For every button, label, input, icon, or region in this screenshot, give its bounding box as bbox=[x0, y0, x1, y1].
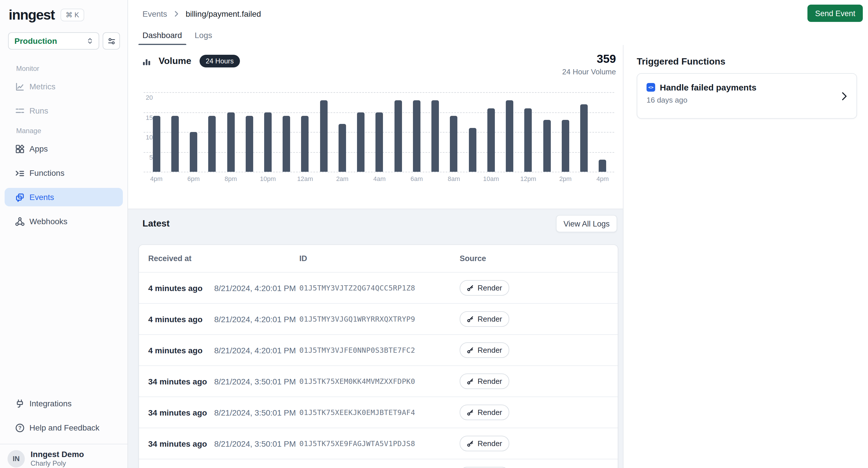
key-icon bbox=[467, 315, 474, 323]
webhooks-nodes-icon bbox=[15, 216, 25, 226]
breadcrumb: Events billing/payment.failed bbox=[128, 0, 868, 28]
sidebar-item-runs[interactable]: Runs bbox=[5, 101, 123, 120]
event-timestamp: 8/21/2024, 3:50:01 PM bbox=[208, 408, 296, 417]
sidebar-item-events[interactable]: Events bbox=[5, 188, 123, 206]
sidebar-item-label: Integrations bbox=[29, 399, 71, 408]
function-last-run: 16 days ago bbox=[637, 92, 857, 104]
environment-filter-button[interactable] bbox=[103, 32, 120, 49]
chart-bar-4am bbox=[376, 112, 383, 172]
sidebar-item-integrations[interactable]: Integrations bbox=[5, 394, 123, 413]
user-name: Charly Poly bbox=[31, 459, 84, 468]
event-timestamp: 8/21/2024, 3:50:01 PM bbox=[208, 377, 296, 386]
sidebar-item-metrics[interactable]: Metrics bbox=[5, 77, 123, 96]
event-row[interactable]: 4 minutes ago 8/21/2024, 4:20:01 PM 01J5… bbox=[139, 304, 618, 335]
function-card[interactable]: <> Handle failed payments 16 days ago bbox=[637, 73, 857, 119]
chart-bar-6pm bbox=[190, 132, 197, 172]
avatar: IN bbox=[7, 450, 25, 467]
command-k-shortcut[interactable]: ⌘ K bbox=[61, 9, 85, 21]
event-id: 01J5TK75XEM0KK4MVMZXXFDPK0 bbox=[296, 377, 460, 386]
sliders-icon bbox=[107, 37, 116, 45]
chevron-right-icon bbox=[173, 10, 180, 17]
volume-chart: 51015204pm6pm8pm10pm12am2am4am6am8am10am… bbox=[128, 45, 623, 209]
question-circle-icon: ? bbox=[15, 423, 25, 433]
chart-bar-1pm bbox=[543, 120, 551, 172]
view-all-logs-button[interactable]: View All Logs bbox=[556, 215, 617, 232]
chart-bar-5pm bbox=[171, 116, 179, 172]
volume-section: Volume 24 Hours 359 24 Hour Volume 51015… bbox=[128, 45, 623, 209]
breadcrumb-events-link[interactable]: Events bbox=[143, 9, 167, 19]
event-received: 4 minutes ago bbox=[148, 283, 208, 293]
event-timestamp: 8/21/2024, 4:20:01 PM bbox=[208, 345, 296, 355]
source-name: Render bbox=[477, 439, 502, 448]
event-row[interactable]: 4 minutes ago 8/21/2024, 4:20:01 PM 01J5… bbox=[139, 335, 618, 366]
sidebar-item-apps[interactable]: Apps bbox=[5, 139, 123, 158]
key-icon bbox=[467, 440, 474, 447]
x-axis-label: 6am bbox=[411, 175, 423, 182]
source-badge: Render bbox=[460, 280, 509, 296]
function-icon: <> bbox=[647, 83, 655, 92]
events-windows-icon bbox=[15, 192, 25, 202]
page-header: Events billing/payment.failed Dashboard … bbox=[128, 0, 868, 45]
event-row[interactable]: 34 minutes ago 8/21/2024, 3:50:01 PM 01J… bbox=[139, 397, 618, 428]
chart-bar-10am bbox=[487, 108, 495, 172]
triggered-functions-panel: Triggered Functions <> Handle failed pay… bbox=[623, 45, 868, 468]
plug-icon bbox=[15, 399, 25, 408]
table-header: Received at ID Source bbox=[139, 245, 618, 273]
tab-dashboard[interactable]: Dashboard bbox=[138, 31, 186, 45]
function-name: Handle failed payments bbox=[660, 82, 756, 92]
tab-bar: Dashboard Logs bbox=[128, 28, 868, 45]
event-id: 01J5TK75XEEKJK0EMJBTET9AF4 bbox=[296, 408, 460, 417]
event-row[interactable]: 34 minutes ago 8/21/2024, 3:50:01 PM 01J… bbox=[139, 366, 618, 397]
sidebar-item-label: Events bbox=[29, 193, 54, 202]
column-received-at: Received at bbox=[148, 254, 208, 263]
chevron-right-icon bbox=[842, 92, 847, 100]
event-row[interactable]: 44 minutes ago 8/21/2024, 3:40:01 PM 01J… bbox=[139, 459, 618, 468]
apps-grid-icon bbox=[15, 144, 25, 154]
account-menu[interactable]: IN Inngest Demo Charly Poly bbox=[0, 444, 127, 468]
source-name: Render bbox=[477, 283, 502, 292]
chart-bar-7am bbox=[431, 100, 439, 172]
environment-selector[interactable]: Production bbox=[8, 32, 99, 49]
source-badge: Render bbox=[460, 342, 509, 358]
event-row[interactable]: 4 minutes ago 8/21/2024, 4:20:01 PM 01J5… bbox=[139, 273, 618, 304]
sidebar-item-functions[interactable]: Functions bbox=[5, 164, 123, 182]
source-badge: Render bbox=[460, 467, 509, 468]
tab-logs[interactable]: Logs bbox=[191, 31, 216, 45]
chart-bar-8am bbox=[450, 116, 458, 172]
chevron-up-down-icon bbox=[86, 37, 94, 45]
source-badge: Render bbox=[460, 436, 509, 451]
sidebar-item-label: Runs bbox=[29, 106, 48, 115]
chart-bar-4pm bbox=[153, 116, 160, 172]
chart-bar-11am bbox=[506, 100, 513, 172]
chart-bar-4pm bbox=[599, 160, 606, 172]
source-name: Render bbox=[477, 408, 502, 417]
event-received: 34 minutes ago bbox=[148, 408, 208, 417]
column-id: ID bbox=[296, 254, 460, 263]
functions-icon bbox=[15, 168, 25, 178]
sidebar-item-label: Apps bbox=[29, 144, 48, 153]
x-axis-label: 4pm bbox=[596, 175, 609, 182]
source-name: Render bbox=[477, 377, 502, 386]
send-event-button[interactable]: Send Event bbox=[807, 5, 863, 22]
sidebar-item-label: Metrics bbox=[29, 82, 55, 91]
event-timestamp: 8/21/2024, 3:50:01 PM bbox=[208, 439, 296, 448]
nav-section-manage: Manage bbox=[0, 127, 127, 139]
event-row[interactable]: 34 minutes ago 8/21/2024, 3:50:01 PM 01J… bbox=[139, 428, 618, 459]
chart-bar-12am bbox=[301, 116, 309, 172]
event-received: 4 minutes ago bbox=[148, 345, 208, 355]
table-body: 4 minutes ago 8/21/2024, 4:20:01 PM 01J5… bbox=[139, 273, 618, 468]
sidebar-item-webhooks[interactable]: Webhooks bbox=[5, 212, 123, 231]
x-axis-label: 10pm bbox=[260, 175, 276, 182]
chart-bar-9am bbox=[469, 128, 476, 172]
runs-list-icon bbox=[15, 106, 25, 115]
main-content: Volume 24 Hours 359 24 Hour Volume 51015… bbox=[128, 45, 623, 468]
sidebar-item-help[interactable]: ? Help and Feedback bbox=[5, 419, 123, 437]
chart-bar-11pm bbox=[283, 116, 290, 172]
events-table: Received at ID Source 4 minutes ago 8/21… bbox=[138, 244, 618, 468]
nav-section-monitor: Monitor bbox=[0, 65, 127, 77]
org-name: Inngest Demo bbox=[31, 449, 84, 459]
chart-gridline bbox=[144, 172, 614, 172]
sidebar-item-label: Help and Feedback bbox=[29, 423, 99, 432]
key-icon bbox=[467, 377, 474, 385]
x-axis-label: 2pm bbox=[559, 175, 571, 182]
